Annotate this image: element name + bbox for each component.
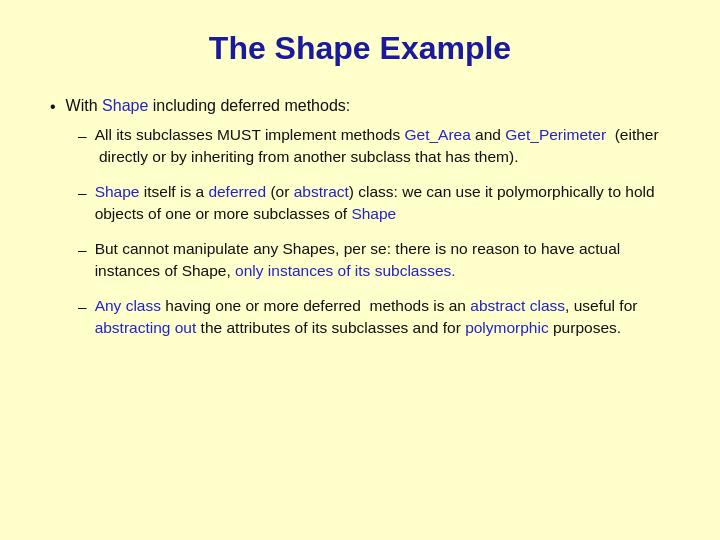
dash-3: – (78, 239, 87, 261)
dash-2: – (78, 182, 87, 204)
shape-word-3: Shape (351, 205, 396, 222)
sub-items-list: – All its subclasses MUST implement meth… (50, 124, 680, 340)
sub-item-2: – Shape itself is a deferred (or abstrac… (78, 181, 680, 226)
main-bullet: • With Shape including deferred methods: (50, 97, 680, 116)
sub-item-3: – But cannot manipulate any Shapes, per … (78, 238, 680, 283)
sub-item-4: – Any class having one or more deferred … (78, 295, 680, 340)
abstract-word: abstract (294, 183, 349, 200)
slide-title: The Shape Example (40, 30, 680, 73)
slide-content: • With Shape including deferred methods:… (40, 97, 680, 510)
sub-item-3-text: But cannot manipulate any Shapes, per se… (95, 238, 680, 283)
sub-item-4-text: Any class having one or more deferred me… (95, 295, 680, 340)
sub-item-1: – All its subclasses MUST implement meth… (78, 124, 680, 169)
get-perimeter-word: Get_Perimeter (505, 126, 606, 143)
shape-word-2: Shape (95, 183, 140, 200)
sub-item-2-text: Shape itself is a deferred (or abstract)… (95, 181, 680, 226)
abstract-class-text: abstract class (470, 297, 565, 314)
polymorphic-text: polymorphic (465, 319, 549, 336)
dash-1: – (78, 125, 87, 147)
abstracting-out-text: abstracting out (95, 319, 197, 336)
main-bullet-text: With Shape including deferred methods: (66, 97, 351, 115)
slide: The Shape Example • With Shape including… (0, 0, 720, 540)
shape-word-1: Shape (102, 97, 148, 114)
sub-item-1-text: All its subclasses MUST implement method… (95, 124, 680, 169)
dash-4: – (78, 296, 87, 318)
any-class-text: Any class (95, 297, 161, 314)
get-area-word: Get_Area (404, 126, 470, 143)
deferred-word: deferred (208, 183, 266, 200)
only-instances-text: only instances of its subclasses. (235, 262, 456, 279)
bullet-dot: • (50, 98, 56, 116)
